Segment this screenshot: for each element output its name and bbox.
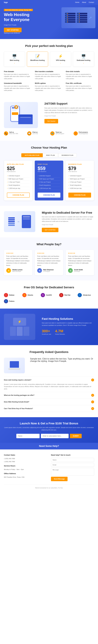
help-banner: Need Some Help? xyxy=(0,443,98,450)
wp-hosting-arrow: ↓ xyxy=(30,62,46,64)
footer-contact-form: Need help? Get in touch Send Message xyxy=(51,454,94,481)
vps-hosting-arrow: ↓ xyxy=(52,62,68,64)
plan-auto-feature-4: Small Integrations xyxy=(7,184,30,187)
plan-risky-btn[interactable]: CHOOSE PLAN xyxy=(38,192,60,198)
stat-growth: 300+ Growth per year xyxy=(42,329,51,336)
faq-item-1: Does web hosting require a domain? + Ans… xyxy=(4,377,94,392)
fast-content: Fast Hosting Solutions Duis aute irure d… xyxy=(42,317,94,336)
hero-image: ↗ xyxy=(62,7,96,28)
feature-one-click-title: One-click installs xyxy=(66,70,94,72)
pricing-tab-business[interactable]: BUSINESS PLAN xyxy=(58,153,76,157)
faq-toggle-4[interactable]: + xyxy=(91,407,94,410)
footer: Contact Sales 1 (555) 456-7890 1 (555) 4… xyxy=(0,450,98,493)
logo: logo xyxy=(4,1,8,4)
feature-bandwidth-text: Duis aute irure dolor in reprehenderit i… xyxy=(4,85,32,92)
pricing-tab-risky[interactable]: RISKY PLAN xyxy=(43,153,58,157)
faq-toggle-1[interactable]: + xyxy=(91,378,94,382)
footer-sales-phone: 1 (555) 456-7890 xyxy=(4,458,47,460)
plan-risky-feature-2: 5GB Space per Project xyxy=(38,178,60,180)
testimonial-3-avatar: S xyxy=(68,268,73,273)
contact-tweet: 🐦 Tweet us @HostSupport xyxy=(50,131,71,136)
footer-name-input[interactable] xyxy=(51,458,94,462)
contact-chat-title: Chat us xyxy=(32,131,38,133)
faq-q4-text: Can I Test Drive Any of Your Products? xyxy=(4,408,33,410)
plan-risky-period: PER MONTH xyxy=(38,171,60,172)
feature-bandwidth: Unmetered bandwidth Duis aute irure dolo… xyxy=(4,82,32,92)
testimonial-3-name: Scott Smith xyxy=(74,269,83,271)
plan-business-feature-2: 5GB Space per Project xyxy=(68,178,91,180)
footer-hours-text: Monday to Friday – 9am – 5pm xyxy=(4,468,47,471)
ubuntu-label: Ubuntu xyxy=(28,294,33,296)
debian-icon: 🔴 xyxy=(4,293,8,297)
testimonial-1-name: Sheila Larsen xyxy=(12,269,22,271)
footer-message-input[interactable] xyxy=(51,468,94,476)
redhat-icon: 🔴 xyxy=(59,293,63,297)
hero-price: Starting at only $4/Month xyxy=(4,32,94,34)
stat-websites: 4.7M Hosted Websites xyxy=(55,329,65,336)
plan-business-btn[interactable]: CHOOSE PLAN xyxy=(68,192,91,198)
plan-business-name: BUSINESS PLAN xyxy=(68,164,91,165)
nav-about[interactable]: About xyxy=(82,2,86,3)
ubuntu-icon: 🟠 xyxy=(22,293,26,297)
faq-item-3: Does Web Hosting Include Email? + Yes, o… xyxy=(4,399,94,405)
plan-auto-btn[interactable]: CHOOSE PLAN xyxy=(7,192,30,198)
footer-hours-title: Service Hours xyxy=(4,465,47,467)
migrate-image: → xyxy=(4,211,38,232)
testimonial-1: ★★★★★ Proin sed libero enim sed faucibus… xyxy=(4,250,32,275)
faq-question-1[interactable]: Does web hosting require a domain? + xyxy=(4,377,94,383)
nav-links: Home About Contact xyxy=(75,2,94,3)
feature-uptime-text: Duis aute irure dolor in reprehenderit i… xyxy=(35,85,63,92)
fast-stats: 300+ Growth per year 4.7M Hosted Website… xyxy=(42,329,94,336)
testimonials-grid: ★★★★★ Proin sed libero enim sed faucibus… xyxy=(4,250,94,275)
faq-answer-1: Answer: Lorem ipsum dolor sit amet, cons… xyxy=(4,383,94,392)
vps-hosting-label: VPS hosting xyxy=(52,60,68,61)
faq-toggle-2[interactable]: + xyxy=(91,394,94,397)
testimonial-2-name: Nick Shannon xyxy=(43,269,54,271)
faq-question-3[interactable]: Does Web Hosting Include Email? + xyxy=(4,399,94,405)
hosting-card-web[interactable]: 🖥️ Web hosting ↓ xyxy=(4,52,25,66)
faq-question-2[interactable]: What are the hosting packages we offer? … xyxy=(4,392,94,398)
pricing-tab-auto[interactable]: AUTO-BILLING PLAN xyxy=(21,153,43,157)
contact-tweet-title: Tweet us xyxy=(56,131,64,133)
plan-auto-price: $25 xyxy=(7,166,30,171)
pick-plan-title: Pick your perfect web hosting plan xyxy=(4,44,94,48)
footer-send-button[interactable]: Send Message xyxy=(51,477,68,481)
pick-plan-section: Pick your perfect web hosting plan 🖥️ We… xyxy=(0,39,98,97)
almalinux-label: AlmaLinux xyxy=(83,294,91,296)
footer-email-input[interactable] xyxy=(51,463,94,467)
faq-question-4[interactable]: Can I Test Drive Any of Your Products? + xyxy=(4,405,94,412)
nav-home[interactable]: Home xyxy=(75,2,79,3)
plan-auto-feature-1: Unlimited Support xyxy=(7,174,30,178)
hero-section: Don't miss limited-time savings. Savings… xyxy=(0,5,98,39)
hero-cta-button[interactable]: GET STARTED xyxy=(4,28,22,32)
testimonials-section: What People Say? ★★★★★ Proin sed libero … xyxy=(0,238,98,280)
centos-icon: 🟣 xyxy=(41,293,45,297)
hosting-card-wp[interactable]: 📝 WordPress hosting ↓ xyxy=(27,52,48,66)
footer-form-fields: Send Message xyxy=(51,458,94,481)
cta-section: Launch Now & Get a Free $100 Trial Bonus… xyxy=(0,417,98,443)
testimonial-3-role: Developer xyxy=(74,271,83,272)
hosting-card-dedicated[interactable]: 🖥️ Dedicated hosting ↓ xyxy=(73,52,94,66)
plan-risky-feature-1: Unlimited Support xyxy=(38,174,60,178)
footer-hours: Service Hours Monday to Friday – 9am – 5… xyxy=(4,465,47,471)
testimonials-title: What People Say? xyxy=(4,242,94,246)
fedora-label: Fedora xyxy=(9,300,14,302)
hosting-card-vps[interactable]: ⚡ VPS hosting ↓ xyxy=(50,52,71,66)
cta-email-input[interactable] xyxy=(41,434,68,438)
faq-toggle-3[interactable]: + xyxy=(91,400,94,403)
plan-business-price: $79 xyxy=(68,166,91,171)
feature-ssl: Free SSL certificate Duis aute irure dol… xyxy=(66,82,94,92)
wp-hosting-icon: 📝 xyxy=(30,54,46,58)
plan-auto-period: PER MONTH xyxy=(7,171,30,172)
migrate-cta-button[interactable]: GET STARTED xyxy=(42,228,58,232)
support-cta-button[interactable]: Get Started xyxy=(44,119,58,124)
migrate-section: → Migrate to Dedicated Server For Free D… xyxy=(0,206,98,238)
feature-site-transfers-title: Site transfers available xyxy=(35,70,63,72)
support-contacts: 📞 Call us (555) 456-7890 💬 Chat us Live … xyxy=(4,131,94,136)
nav-contact[interactable]: Contact xyxy=(89,2,94,3)
cta-submit-button[interactable]: SUBMIT xyxy=(70,434,82,438)
faq-items: Does web hosting require a domain? + Ans… xyxy=(4,376,94,412)
cta-title: Launch Now & Get a Free $100 Trial Bonus xyxy=(4,422,94,425)
cta-name-input[interactable] xyxy=(16,434,40,438)
support-title: 24/7/365 Support xyxy=(44,102,94,105)
